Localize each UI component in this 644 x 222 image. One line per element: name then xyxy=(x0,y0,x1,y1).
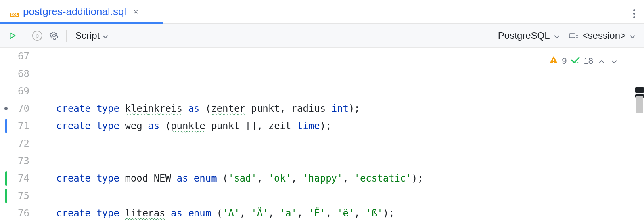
toolbar-separator xyxy=(66,30,67,42)
code-line[interactable] xyxy=(56,187,644,205)
tab-title: postgres-additional.sql xyxy=(23,6,126,18)
line-number: 70 xyxy=(12,100,29,117)
svg-rect-1 xyxy=(553,59,554,61)
close-tab-icon[interactable]: × xyxy=(133,7,138,17)
active-tab-indicator xyxy=(0,22,163,24)
session-dropdown[interactable]: <session> xyxy=(566,30,638,41)
code-line[interactable]: create type weg as (punkte punkt [], zei… xyxy=(56,117,644,135)
line-number: 75 xyxy=(12,187,29,205)
next-highlight-button[interactable] xyxy=(610,51,619,71)
prev-highlight-button[interactable] xyxy=(597,51,606,71)
code-line[interactable]: create type kleinkreis as (zenter punkt,… xyxy=(56,100,644,117)
gutter-mark xyxy=(0,152,12,170)
settings-button[interactable] xyxy=(47,29,61,42)
editor-tab[interactable]: SQL postgres-additional.sql × xyxy=(0,0,146,23)
dialect-label: PostgreSQL xyxy=(498,30,550,41)
run-mode-dropdown[interactable]: Script xyxy=(72,30,111,41)
scrollbar-marker xyxy=(635,87,644,93)
gutter-mark xyxy=(0,100,12,117)
line-number: 72 xyxy=(12,135,29,152)
line-number: 67 xyxy=(12,48,29,65)
gear-icon xyxy=(49,31,59,40)
line-number: 71 xyxy=(12,117,29,135)
weak-warning-count: 18 xyxy=(584,52,593,70)
warning-count: 9 xyxy=(562,52,567,70)
line-number: 69 xyxy=(12,82,29,100)
code-line[interactable]: create type literas as enum ('A', 'Ä', '… xyxy=(56,205,644,222)
gutter-mark xyxy=(0,82,12,100)
gutter-mark xyxy=(0,48,12,65)
tab-bar: SQL postgres-additional.sql × xyxy=(0,0,644,24)
chevron-down-icon xyxy=(554,30,560,41)
gutter-mark xyxy=(0,117,12,135)
inspections-widget[interactable]: 9 18 xyxy=(549,51,619,71)
code-line[interactable] xyxy=(56,135,644,152)
warning-icon xyxy=(549,52,558,70)
code-line[interactable] xyxy=(56,152,644,170)
gutter-mark xyxy=(0,205,12,222)
gutter-mark xyxy=(0,65,12,82)
run-mode-label: Script xyxy=(75,30,100,41)
gutter-change-markers xyxy=(0,48,12,222)
dialect-dropdown[interactable]: PostgreSQL xyxy=(495,30,563,41)
line-number: 68 xyxy=(12,65,29,82)
run-button[interactable] xyxy=(6,29,19,42)
tx-mode-icon: p xyxy=(32,31,42,41)
tab-bar-menu[interactable] xyxy=(625,6,644,18)
vertical-scrollbar[interactable] xyxy=(635,48,644,222)
kebab-menu-icon xyxy=(633,9,635,18)
gutter-mark xyxy=(0,187,12,205)
scrollbar-thumb[interactable] xyxy=(636,96,643,113)
toolbar-separator xyxy=(25,30,25,42)
svg-rect-2 xyxy=(553,62,554,63)
line-number-gutter: 67686970717273747576 xyxy=(12,48,35,222)
line-number: 76 xyxy=(12,205,29,222)
line-number: 74 xyxy=(12,170,29,187)
code-line[interactable]: create type mood_NEW as enum ('sad', 'ok… xyxy=(56,170,644,187)
code-editor[interactable]: 67686970717273747576 9 18 create type kl… xyxy=(0,48,644,222)
editor-toolbar: p Script PostgreSQL <session> xyxy=(0,24,644,48)
session-icon xyxy=(569,30,579,41)
weak-warning-icon xyxy=(571,52,580,70)
line-number: 73 xyxy=(12,152,29,170)
play-icon xyxy=(8,31,17,40)
tx-mode-button[interactable]: p xyxy=(31,29,44,42)
svg-rect-0 xyxy=(569,34,575,38)
session-label: <session> xyxy=(583,30,626,41)
sql-file-icon: SQL xyxy=(10,8,19,16)
gutter-mark xyxy=(0,135,12,152)
chevron-down-icon xyxy=(630,30,635,41)
code-area[interactable]: 9 18 create type kleinkreis as (zenter p… xyxy=(35,48,644,222)
gutter-mark xyxy=(0,170,12,187)
chevron-down-icon xyxy=(103,30,108,41)
